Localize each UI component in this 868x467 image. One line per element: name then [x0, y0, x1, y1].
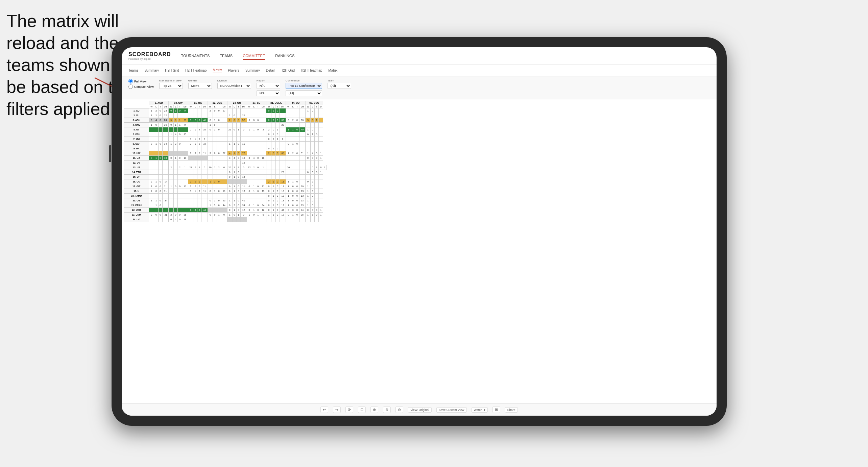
logo: SCOREBOARD Powered by clippd [128, 51, 171, 60]
subnav-matrix2[interactable]: Matrix [328, 68, 337, 73]
max-teams-filter: Max teams in view Top 25 [159, 79, 183, 89]
nav-rankings[interactable]: RANKINGS [275, 52, 294, 60]
logo-title: SCOREBOARD [128, 51, 171, 57]
matrix-scroll-area[interactable]: 3. ASU 10. UW 11. UA 22. UCB 24. UO [122, 99, 717, 403]
bottom-toolbar: ↩ ↪ ⟳ ⊡ ⊕ ⊖ ⊙ [122, 403, 717, 416]
col-header-asu: 3. ASU [149, 101, 169, 105]
region-filter: Region N/A N/A [257, 79, 280, 96]
matrix-main: 3. ASU 10. UW 11. UA 22. UCB 24. UO [122, 99, 717, 403]
col-header-su: 27. SU [247, 101, 266, 105]
table-row: 16. UO 210-14 201 110 21011 110 02 [124, 179, 327, 184]
table-row: 20. UG 110-34 01023 11040 01013 10013 10 [124, 198, 327, 203]
col-header-uo: 24. UO [227, 101, 247, 105]
table-row: 3. ASU 04080 50120 02048 010 20052 600 0… [124, 118, 327, 123]
table-row: 9. UA 010 [124, 146, 327, 151]
save-custom-view-button[interactable]: Save Custom View [436, 407, 467, 413]
max-teams-select[interactable]: Top 25 [159, 83, 183, 89]
team-select[interactable]: (All) [328, 83, 351, 89]
nav-teams[interactable]: TEAMS [220, 52, 233, 60]
table-row: 1. AU 12023 0100 20027 010 10 [124, 108, 327, 113]
table-row: 5. UT 01435 010 22010 1102 201 11040 10 [124, 127, 327, 132]
region-select[interactable]: N/A [257, 83, 280, 89]
zoom-in-button[interactable]: ⊕ [370, 407, 378, 413]
table-row: 23. UNM 200-21 20025 0010 1010 1010 1101… [124, 213, 327, 217]
full-view-option[interactable]: Full View [128, 79, 154, 83]
tablet-screen: SCOREBOARD Powered by clippd TOURNAMENTS… [122, 47, 717, 416]
watch-label: Watch [474, 408, 482, 412]
subnav-teams[interactable]: Teams [128, 68, 138, 73]
zoom-out-button[interactable]: ⊖ [383, 407, 391, 413]
table-row: 14. TTU 010 29 0301 [124, 170, 327, 175]
top-navigation: SCOREBOARD Powered by clippd TOURNAMENTS… [122, 47, 717, 65]
subnav-summary2[interactable]: Summary [245, 68, 260, 73]
table-row: 15. UF 01014 [124, 175, 327, 179]
corner-cell [124, 101, 149, 105]
nav-tournaments[interactable]: TOURNAMENTS [181, 52, 210, 60]
grid-button[interactable]: ⊞ [492, 407, 500, 413]
zoom-out-icon: ⊖ [385, 408, 388, 412]
table-row: 18. U 20011 01011 01011 01013 01013 0101… [124, 189, 327, 194]
gender-select[interactable]: Men's [188, 83, 212, 89]
region-label: Region [257, 79, 280, 82]
tablet-side-button [109, 145, 111, 162]
subnav-h2hgrid2[interactable]: H2H Grid [281, 68, 295, 73]
division-select[interactable]: NCAA Division I [217, 83, 251, 89]
table-row: 21. ETSU 10 13044 02034 01034 01013 1001… [124, 203, 327, 208]
zoom-in-icon: ⊕ [373, 408, 376, 412]
subnav-h2hgrid[interactable]: H2H Grid [165, 68, 179, 73]
gender-label: Gender [188, 79, 212, 82]
table-row: 10. UW 13011 30032 41077 25066 12051 145… [124, 151, 327, 156]
table-row: 19. TAMU 01013 10013 10 [124, 194, 327, 198]
table-row: 13. UT 22122 02030 12026 22012 201 10 03… [124, 165, 327, 170]
view-original-button[interactable]: View: Original [408, 407, 431, 413]
clock-button[interactable]: ⊙ [395, 407, 403, 413]
refresh-button[interactable]: ⟳ [345, 407, 353, 413]
refresh-icon: ⟳ [348, 408, 351, 412]
region-select2[interactable]: N/A [257, 90, 280, 96]
save-custom-view-label: Save Custom View [439, 408, 464, 412]
zoom-fit-button[interactable]: ⊡ [358, 407, 366, 413]
subnav-h2hheatmap[interactable]: H2H Heatmap [185, 68, 207, 73]
team-label: Team [328, 79, 351, 82]
table-row: 6. FSU 14035 010 010 [124, 132, 327, 137]
conference-label: Conference [286, 79, 322, 82]
view-original-label: View: Original [410, 408, 429, 412]
subnav-summary[interactable]: Summary [144, 68, 159, 73]
compact-view-option[interactable]: Compact View [128, 84, 154, 89]
filter-bar: Full View Compact View Max teams in view… [122, 76, 717, 99]
table-row: 12. UV 15 [124, 161, 327, 165]
col-header-ucla: 31. UCLA [266, 101, 286, 105]
nav-committee[interactable]: COMMITTEE [243, 52, 265, 60]
view-options: Full View Compact View [128, 79, 154, 89]
tablet-device: SCOREBOARD Powered by clippd TOURNAMENTS… [112, 37, 727, 426]
redo-button[interactable]: ↪ [333, 407, 341, 413]
table-row: 11. UA 01018 01018 34018 34018 0301 [124, 156, 327, 161]
watch-button[interactable]: Watch ▾ [472, 407, 488, 413]
table-row: 22. UCB 13044 01012 01012 01044 03044 03… [124, 208, 327, 213]
conference-select2[interactable]: (All) [286, 90, 322, 96]
col-header-uw: 10. UW [169, 101, 188, 105]
gender-filter: Gender Men's [188, 79, 212, 89]
logo-subtitle: Powered by clippd [128, 57, 171, 60]
table-row: 2. VU 12012 1025 [124, 113, 327, 118]
matrix-table: 3. ASU 10. UW 11. UA 22. UCB 24. UO [124, 101, 327, 222]
clock-icon: ⊙ [398, 408, 401, 412]
undo-icon: ↩ [323, 408, 326, 412]
sub-corner [124, 105, 149, 108]
subnav-h2hheatmap2[interactable]: H2H Heatmap [301, 68, 322, 73]
nav-items: TOURNAMENTS TEAMS COMMITTEE RANKINGS [181, 52, 295, 60]
col-header-ua: 11. UA [188, 101, 208, 105]
undo-button[interactable]: ↩ [320, 407, 328, 413]
col-header-ucb: 22. UCB [208, 101, 227, 105]
division-filter: Division NCAA Division I [217, 79, 251, 89]
conference-select[interactable]: Pac-12 Conference [286, 83, 322, 89]
share-button[interactable]: Share [505, 407, 518, 413]
table-row: 4. UNC 1036 0110 10 29 [124, 123, 327, 127]
subnav-players[interactable]: Players [228, 68, 239, 73]
conference-filter: Conference Pac-12 Conference (All) [286, 79, 322, 96]
table-row: 8. UAF 01014 120 01015 11011 010 [124, 142, 327, 146]
grid-icon: ⊞ [495, 408, 498, 412]
subnav-matrix[interactable]: Matrix [213, 68, 222, 73]
col-header-osu: 57. OSU [305, 101, 323, 105]
subnav-detail[interactable]: Detail [266, 68, 275, 73]
